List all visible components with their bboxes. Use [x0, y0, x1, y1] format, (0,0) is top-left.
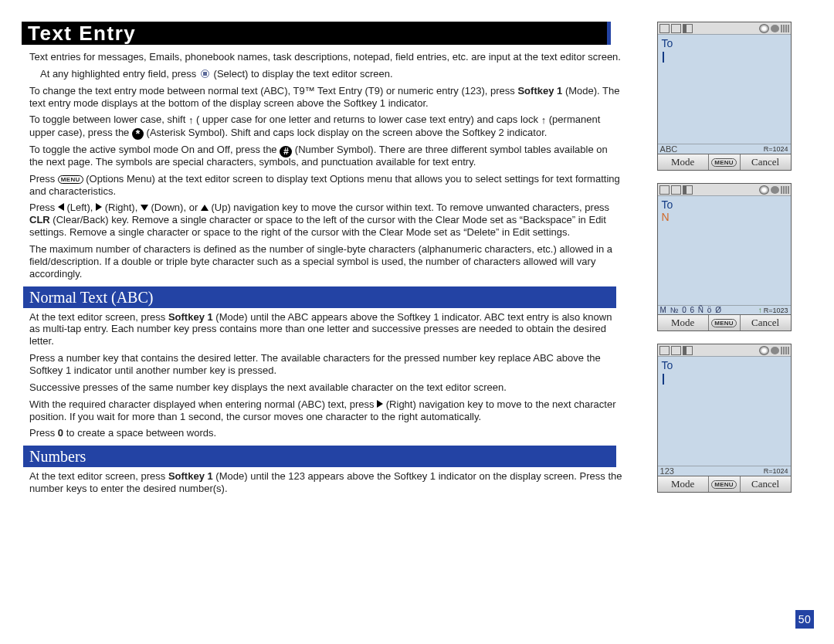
softkey-cancel[interactable]: Cancel	[741, 476, 791, 492]
t: (Options Menu) at the text editor screen…	[29, 173, 620, 197]
screen-body: To N	[658, 196, 791, 305]
softkey-cancel[interactable]: Cancel	[741, 154, 791, 170]
t: Press	[29, 173, 58, 185]
left-arrow-icon	[58, 203, 64, 211]
t: (Clear/Back) key. Remove a single charac…	[29, 214, 606, 238]
t: At the text editor screen, press	[29, 470, 168, 482]
para-options-menu: Press MENU (Options Menu) at the text ed…	[23, 173, 623, 198]
globe-icon	[759, 346, 769, 355]
para-symbol-mode: To toggle the active symbol mode On and …	[23, 144, 623, 168]
t: To toggle the active symbol mode On and …	[29, 144, 280, 155]
menu-label: MENU	[711, 158, 737, 167]
abc-p2: Press a number key that contains the des…	[23, 352, 623, 377]
asterisk-key-icon: *	[132, 128, 144, 140]
t: (Select) to display the text editor scre…	[214, 68, 393, 80]
screen-body: To	[658, 357, 791, 466]
bars-icon	[683, 185, 693, 195]
to-label: To	[662, 37, 787, 49]
phone-screen-123: To 123 R=1024 Mode MENU Cancel	[657, 344, 792, 493]
char-remaining: ↑R=1023	[758, 306, 788, 314]
page-number: 50	[795, 610, 814, 629]
t: At any highlighted entry field, press	[40, 68, 199, 80]
select-icon	[201, 69, 209, 78]
t: Press	[29, 202, 58, 213]
softkey-mode[interactable]: Mode	[658, 315, 709, 330]
title-band: Text Entry	[22, 22, 611, 45]
phone-screen-multitap: To N M № 0 6 Ñ ö Ø ↑R=1023 Mode MENU Can…	[657, 183, 792, 331]
abc-p3: Successive presses of the same number ke…	[23, 381, 623, 394]
mode-indicator: M № 0 6 Ñ ö Ø	[660, 306, 722, 314]
abc-p5: Press 0 to create a space between words.	[23, 427, 623, 439]
t: Press	[29, 427, 58, 439]
t: ( upper case for one letter and returns …	[196, 114, 541, 125]
mode-bar: M № 0 6 Ñ ö Ø ↑R=1023	[658, 305, 791, 314]
softkey-row: Mode MENU Cancel	[658, 314, 791, 330]
softkey-menu[interactable]: MENU	[709, 476, 741, 492]
battery-icon	[659, 185, 670, 195]
status-bar	[658, 22, 791, 35]
t: (Down), or	[151, 202, 201, 213]
para-change-mode: To change the text entry mode between no…	[23, 85, 623, 110]
to-label: To	[662, 359, 787, 371]
to-label: To	[662, 198, 787, 211]
para-nav-keys: Press (Left), (Right), (Down), or (Up) n…	[23, 202, 623, 239]
down-arrow-icon	[141, 205, 148, 211]
card-icon	[671, 185, 681, 195]
t: (Right),	[105, 202, 141, 213]
up-arrow-icon	[201, 205, 208, 211]
number-key-icon: #	[280, 146, 292, 158]
bold-softkey1: Softkey 1	[517, 85, 562, 97]
t: To toggle between lower case, shift	[29, 114, 188, 125]
bars-icon	[683, 24, 693, 33]
t: With the required character displayed wh…	[29, 398, 377, 410]
mode-indicator: ABC	[660, 144, 678, 154]
abc-p1: At the text editor screen, press Softkey…	[23, 311, 623, 348]
softkey-mode[interactable]: Mode	[658, 154, 709, 170]
cursor-icon	[662, 374, 664, 385]
para-toggle-case: To toggle between lower case, shift ( up…	[23, 114, 623, 138]
bold-zero: 0	[58, 427, 63, 439]
para-select: At any highlighted entry field, press (S…	[23, 68, 623, 80]
abc-p4: With the required character displayed wh…	[23, 398, 623, 423]
signal-icon	[781, 347, 789, 354]
bold-softkey1: Softkey 1	[168, 470, 213, 482]
menu-label: MENU	[711, 480, 737, 489]
status-bar	[658, 184, 791, 196]
status-bar	[658, 344, 791, 357]
t: At the text editor screen, press	[29, 311, 168, 323]
t: To change the text entry mode between no…	[29, 85, 517, 97]
t: to create a space between words.	[66, 427, 216, 439]
page-title: Text Entry	[22, 22, 136, 46]
left-column: Text Entry Text entries for messages, Em…	[23, 22, 623, 500]
antenna-icon	[771, 347, 779, 354]
entered-char: N	[662, 211, 670, 223]
capslock-arrow-icon	[541, 114, 547, 127]
char-remaining: R=1024	[764, 467, 788, 475]
bold-softkey1: Softkey 1	[168, 311, 213, 323]
menu-label: MENU	[711, 319, 737, 327]
num-p1: At the text editor screen, press Softkey…	[23, 470, 623, 495]
section-num-header: Numbers	[23, 446, 616, 467]
card-icon	[671, 24, 681, 33]
t: (Up) navigation key to move the cursor w…	[211, 202, 609, 213]
para-maxchars: The maximum number of characters is defi…	[23, 243, 623, 280]
t: (Asterisk Symbol). Shift and caps lock d…	[147, 127, 548, 138]
mode-bar: 123 R=1024	[658, 466, 791, 476]
right-arrow-icon	[96, 203, 102, 211]
softkey-row: Mode MENU Cancel	[658, 476, 791, 492]
t: (Left),	[66, 202, 96, 213]
battery-icon	[659, 24, 670, 33]
bars-icon	[683, 346, 693, 355]
menu-pill-icon: MENU	[58, 175, 83, 185]
mode-indicator: 123	[660, 466, 674, 476]
section-abc-header: Normal Text (ABC)	[23, 286, 616, 308]
softkey-menu[interactable]: MENU	[709, 154, 741, 170]
softkey-cancel[interactable]: Cancel	[741, 315, 791, 330]
softkey-mode[interactable]: Mode	[658, 476, 709, 492]
shift-arrow-icon	[188, 114, 194, 127]
screen-body: To	[658, 35, 791, 144]
battery-icon	[659, 346, 670, 355]
antenna-icon	[771, 25, 779, 32]
softkey-menu[interactable]: MENU	[709, 315, 741, 330]
para-intro: Text entries for messages, Emails, phone…	[23, 51, 623, 63]
